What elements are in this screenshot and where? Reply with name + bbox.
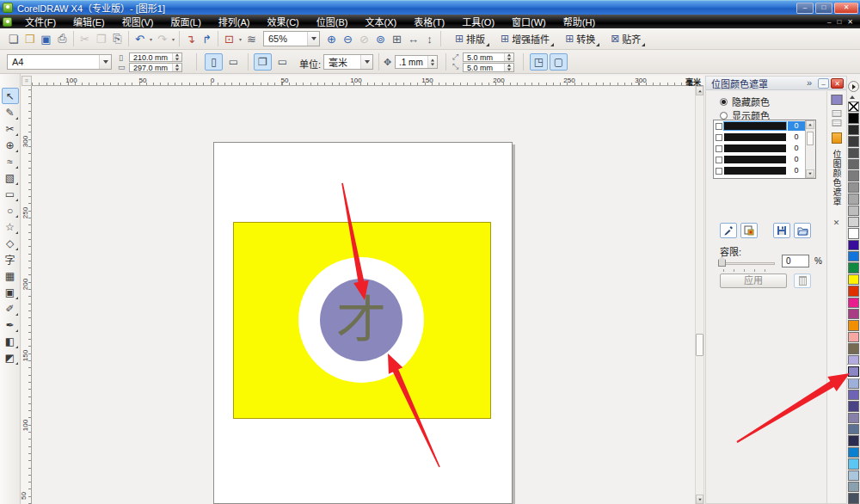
spinner-arrows-icon[interactable]	[427, 56, 437, 68]
glyph-character[interactable]: 才	[336, 295, 386, 345]
eyedropper-tool[interactable]: ✐	[2, 300, 19, 317]
marquee-select-button[interactable]: ▢	[550, 53, 568, 71]
scrollbar-thumb[interactable]	[696, 334, 703, 356]
crop-tool[interactable]: ✂	[2, 120, 19, 137]
convert-button[interactable]: ⊞转换	[561, 30, 599, 47]
palette-swatch[interactable]	[848, 470, 859, 481]
doc-close-button[interactable]: ✕	[847, 18, 853, 26]
menu-item-7[interactable]: 文本(X)	[356, 15, 405, 28]
text-tool[interactable]: 字	[2, 251, 19, 267]
docker-mini-icon[interactable]	[832, 110, 841, 117]
menu-item-3[interactable]: 版面(L)	[162, 15, 209, 28]
palette-scroll-up-icon[interactable]	[850, 95, 855, 99]
save-icon[interactable]: ▣	[38, 31, 54, 46]
duplicate-y-field[interactable]: 5.0 mm	[463, 63, 514, 72]
radio-hide-color[interactable]	[720, 98, 728, 106]
plugins-button[interactable]: ⊞增强插件	[496, 30, 554, 47]
menu-item-5[interactable]: 效果(C)	[259, 15, 308, 28]
paper-size-combo[interactable]: A4	[7, 54, 112, 70]
spinner-arrows-icon[interactable]	[172, 64, 181, 71]
shape-tool[interactable]: ✎	[2, 104, 19, 120]
palette-swatch[interactable]	[848, 355, 859, 366]
palette-swatch[interactable]	[848, 424, 859, 434]
freehand-tool[interactable]: ≈	[2, 153, 19, 169]
chevron-down-icon[interactable]	[360, 55, 372, 69]
units-combo[interactable]: 毫米	[323, 54, 373, 70]
palette-swatch[interactable]	[848, 458, 859, 469]
open-folder-icon[interactable]: ❒	[22, 31, 38, 46]
list-scrollbar[interactable]	[805, 120, 815, 178]
palette-swatch[interactable]	[848, 170, 859, 181]
open-mask-button[interactable]	[794, 223, 811, 238]
horizontal-ruler[interactable]: 毫米 10050050100150200250300	[32, 76, 703, 86]
mask-color-row[interactable]: 0	[714, 143, 815, 154]
mask-color-row[interactable]: 0	[714, 132, 815, 143]
palette-swatch[interactable]	[848, 159, 859, 169]
palette-swatch[interactable]	[848, 217, 859, 227]
palette-swatch[interactable]	[848, 390, 859, 400]
menu-item-1[interactable]: 编辑(E)	[64, 15, 114, 28]
menu-item-11[interactable]: 帮助(H)	[555, 15, 604, 28]
rectangle-tool[interactable]: ▭	[2, 186, 19, 202]
select-color-button[interactable]	[740, 223, 758, 238]
ellipse-tool[interactable]: ○	[2, 202, 19, 218]
save-mask-button[interactable]	[773, 223, 790, 238]
zoom-page-icon[interactable]: ⊞	[389, 31, 405, 46]
mask-color-row[interactable]: 0	[714, 154, 815, 165]
palette-swatch[interactable]	[848, 206, 859, 216]
palette-swatch[interactable]	[848, 240, 859, 250]
menu-item-0[interactable]: 文件(F)	[16, 15, 64, 28]
landscape-button[interactable]: ▭	[224, 53, 243, 71]
page-width-field[interactable]: 210.0 mm	[129, 52, 182, 62]
zoom-level-combo[interactable]: 65%	[263, 31, 320, 46]
polygon-tool[interactable]: ☆	[2, 218, 19, 235]
palette-swatch[interactable]	[848, 274, 859, 285]
redo-icon[interactable]: ↷	[154, 31, 170, 46]
zoom-in-icon[interactable]: ⊕	[323, 31, 340, 46]
palette-flyout-button[interactable]	[848, 81, 859, 92]
basic-shapes-tool[interactable]: ◇	[2, 235, 19, 251]
purple-circle-shape[interactable]: 才	[320, 279, 402, 361]
palette-swatch[interactable]	[848, 378, 859, 388]
zoom-out-icon[interactable]: ⊖	[340, 31, 356, 46]
close-button[interactable]: ✕	[834, 3, 858, 14]
checkbox[interactable]	[716, 123, 722, 130]
ruler-origin[interactable]: ⌗	[22, 76, 32, 86]
tolerance-slider-track[interactable]	[720, 262, 775, 265]
tolerance-field[interactable]: 0	[782, 255, 809, 267]
palette-swatch[interactable]	[848, 332, 859, 342]
eyedropper-button[interactable]	[720, 223, 737, 238]
palette-swatch[interactable]	[848, 343, 859, 353]
palette-swatch[interactable]	[848, 262, 859, 273]
palette-swatch[interactable]	[848, 320, 859, 330]
export-icon[interactable]: ↱	[199, 31, 215, 46]
palette-no-color-swatch[interactable]	[848, 101, 859, 112]
scroll-up-icon[interactable]	[696, 86, 703, 95]
page-height-field[interactable]: 297.0 mm	[129, 63, 182, 72]
docker-collapse-icon[interactable]: »	[807, 77, 812, 88]
view-navigator-icon[interactable]: ≋	[243, 31, 260, 46]
palette-swatch[interactable]	[848, 228, 859, 238]
minimize-button[interactable]: –	[796, 3, 814, 14]
docker-tab-title[interactable]: 位图颜色遮罩	[830, 150, 843, 206]
menu-item-10[interactable]: 窗口(W)	[503, 15, 555, 28]
palette-swatch[interactable]	[848, 447, 859, 458]
spinner-arrows-icon[interactable]	[172, 53, 181, 61]
docker-mini-icon[interactable]	[832, 120, 841, 126]
portrait-button[interactable]: ▯	[205, 53, 223, 71]
vertical-ruler[interactable]: 30025020015010050	[22, 86, 32, 504]
palette-swatch[interactable]	[848, 366, 859, 377]
print-icon[interactable]: ⎙	[54, 31, 71, 46]
spinner-arrows-icon[interactable]	[504, 53, 513, 61]
tab-close-icon[interactable]: ✕	[833, 218, 840, 227]
all-pages-button[interactable]: ❐	[254, 53, 272, 71]
nudge-field[interactable]: .1 mm	[395, 55, 438, 69]
apply-button[interactable]: 应用	[720, 274, 787, 288]
zoom-selected-icon[interactable]: ⊘	[356, 31, 372, 46]
palette-swatch[interactable]	[848, 482, 859, 492]
paste-icon[interactable]: ⎘	[109, 31, 126, 46]
copy-icon[interactable]: ❐	[93, 31, 109, 46]
snap-button[interactable]: ⊠贴齐	[606, 30, 645, 47]
smart-fill-tool[interactable]: ▧	[2, 169, 19, 186]
docker-minimize-button[interactable]: –	[818, 78, 829, 89]
